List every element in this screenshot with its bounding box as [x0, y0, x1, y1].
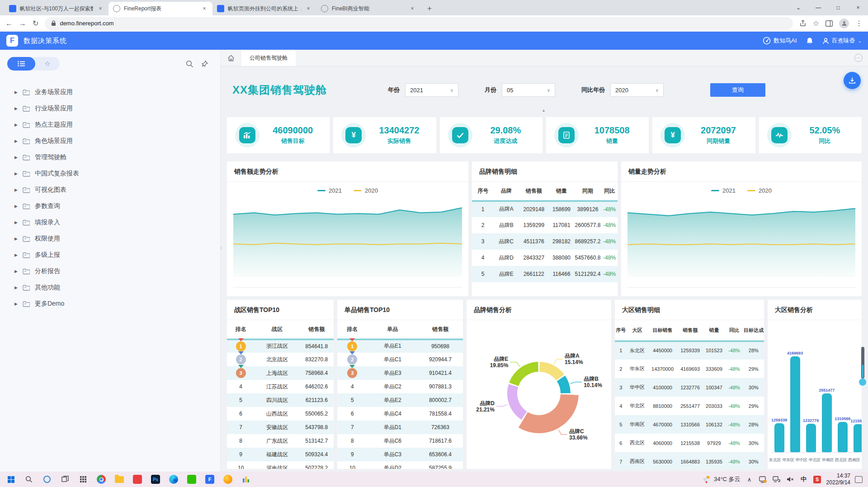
- favorites-star-icon[interactable]: ☆: [35, 60, 60, 68]
- task-view-icon[interactable]: [56, 472, 74, 487]
- pin-icon[interactable]: [201, 60, 208, 68]
- sidebar-menu-item[interactable]: ▶ 行业场景应用: [0, 100, 220, 117]
- app-grid-icon[interactable]: [74, 472, 92, 487]
- brand-donut-chart[interactable]: 品牌A15.14%品牌B10.14%品牌C33.66%品牌D21.21%品牌E1…: [467, 326, 611, 462]
- expand-caret-icon[interactable]: ▶: [14, 123, 18, 127]
- year-select[interactable]: 2021∨: [405, 83, 458, 97]
- weather-widget[interactable]: 34°C 多云: [702, 475, 741, 483]
- sidebar-menu-item[interactable]: ▶ 可视化图表: [0, 182, 220, 198]
- ai-assistant-button[interactable]: 数知鸟AI: [763, 37, 797, 45]
- expand-caret-icon[interactable]: ▶: [14, 269, 18, 274]
- back-icon[interactable]: ←: [5, 19, 13, 28]
- office-app-icon[interactable]: [237, 472, 255, 487]
- expand-caret-icon[interactable]: ▶: [14, 236, 18, 241]
- expand-caret-icon[interactable]: ▶: [14, 90, 18, 95]
- bookmark-star-icon[interactable]: ☆: [813, 19, 819, 28]
- close-button[interactable]: ×: [848, 0, 868, 15]
- start-button[interactable]: [2, 472, 20, 487]
- maximize-button[interactable]: □: [828, 0, 848, 15]
- expand-caret-icon[interactable]: ▶: [14, 253, 18, 257]
- browser-tab[interactable]: FineReport报表 ×: [108, 2, 212, 15]
- volume-trend-area-chart[interactable]: [627, 205, 855, 277]
- network-tray-icon[interactable]: [772, 476, 781, 482]
- share-icon[interactable]: [799, 20, 807, 27]
- compare-year-select[interactable]: 2020∨: [610, 83, 664, 97]
- sidebar-menu-item[interactable]: ▶ 分析报告: [0, 263, 220, 279]
- download-fab[interactable]: [844, 72, 861, 89]
- sidebar-menu-item[interactable]: ▶ 多级上报: [0, 247, 220, 263]
- expand-caret-icon[interactable]: ▶: [14, 139, 18, 143]
- expand-caret-icon[interactable]: ▶: [14, 302, 18, 306]
- tab-close-icon[interactable]: ×: [201, 5, 208, 12]
- tab-close-icon[interactable]: ×: [305, 5, 312, 12]
- reload-icon[interactable]: ↻: [33, 19, 38, 28]
- chrome-icon[interactable]: [92, 472, 110, 487]
- firefox-icon[interactable]: [219, 472, 237, 487]
- taskbar-clock[interactable]: 14:37 2022/9/14: [826, 473, 850, 486]
- filter-collapse-caret-icon[interactable]: ▲: [542, 108, 546, 113]
- ime-indicator[interactable]: 中: [799, 475, 808, 483]
- notification-center-icon[interactable]: [855, 476, 863, 483]
- directory-list-button[interactable]: [7, 57, 35, 71]
- tab-search-icon[interactable]: ⌄: [788, 0, 808, 15]
- tab-close-icon[interactable]: ×: [97, 5, 104, 12]
- home-tab-button[interactable]: [221, 50, 241, 66]
- minimize-button[interactable]: —: [808, 0, 828, 15]
- expand-caret-icon[interactable]: ▶: [14, 171, 18, 176]
- browser-tab[interactable]: FineBI商业智能 ×: [316, 2, 420, 15]
- browser-menu-icon[interactable]: ⋮: [855, 19, 863, 28]
- browser-tab[interactable]: 帆软社区-与100万人一起探索数 ×: [5, 2, 108, 15]
- tray-expand-chevron-icon[interactable]: ∧: [745, 476, 754, 483]
- red-s-tray-icon[interactable]: S: [813, 476, 822, 483]
- sidebar-menu-item[interactable]: ▶ 更多Demo: [0, 296, 220, 312]
- legend-item-2021[interactable]: 2021: [317, 187, 342, 194]
- red-app-icon[interactable]: [128, 472, 146, 487]
- sidebar-drag-handle[interactable]: ⁞⁞: [221, 247, 223, 263]
- side-panel-icon[interactable]: [826, 20, 833, 27]
- profile-avatar[interactable]: [839, 19, 849, 28]
- month-select[interactable]: 05∨: [502, 83, 555, 97]
- query-button[interactable]: 查询: [710, 83, 765, 97]
- expand-caret-icon[interactable]: ▶: [14, 220, 18, 225]
- sidebar-menu-item[interactable]: ▶ 中国式复杂报表: [0, 165, 220, 182]
- district-bar-chart[interactable]: 1259339416969312327762551477131056612155…: [771, 329, 858, 453]
- expand-caret-icon[interactable]: ▶: [14, 106, 18, 111]
- browser-tab[interactable]: 帆软页面外挂到公司的系统上， ×: [212, 2, 316, 15]
- sidebar-menu-item[interactable]: ▶ 其他功能: [0, 279, 220, 296]
- expand-caret-icon[interactable]: ▶: [14, 204, 18, 208]
- expand-caret-icon[interactable]: ▶: [14, 188, 18, 192]
- taskbar-search-icon[interactable]: [20, 472, 38, 487]
- file-explorer-icon[interactable]: [110, 472, 128, 487]
- sidebar-menu-item[interactable]: ▶ 权限使用: [0, 231, 220, 247]
- volume-muted-icon[interactable]: [786, 476, 795, 482]
- bell-icon[interactable]: [806, 37, 813, 45]
- legend-item-2020[interactable]: 2020: [747, 187, 772, 194]
- sidebar-menu-item[interactable]: ▶ 填报录入: [0, 214, 220, 231]
- user-menu[interactable]: 百煮味香 ⌄: [822, 37, 862, 45]
- sidebar-menu-item[interactable]: ▶ 热点主题应用: [0, 117, 220, 133]
- photoshop-icon[interactable]: Ps: [146, 472, 165, 487]
- legend-item-2020[interactable]: 2020: [354, 187, 378, 194]
- param-pane-toggle-icon[interactable]: ⋯: [854, 54, 863, 62]
- finereport-taskbar-icon[interactable]: F: [201, 472, 219, 487]
- sidebar-menu-item[interactable]: ▶ 管理驾驶舱: [0, 149, 220, 165]
- sales-trend-area-chart[interactable]: [233, 205, 462, 277]
- address-bar[interactable]: demo.finereport.com: [45, 17, 793, 30]
- green-app-icon[interactable]: [183, 472, 201, 487]
- scroll-thermometer[interactable]: [859, 347, 866, 386]
- legend-item-2021[interactable]: 2021: [711, 187, 736, 194]
- expand-caret-icon[interactable]: ▶: [14, 155, 18, 160]
- search-icon[interactable]: [186, 60, 193, 68]
- expand-caret-icon[interactable]: ▶: [14, 285, 18, 290]
- remote-desktop-tray-icon[interactable]: [759, 476, 768, 483]
- doc-tab-active[interactable]: 公司销售驾驶舱: [241, 50, 296, 66]
- sidebar-menu-item[interactable]: ▶ 参数查询: [0, 198, 220, 214]
- tab-close-icon[interactable]: ×: [409, 5, 416, 12]
- sidebar-menu-item[interactable]: ▶ 角色场景应用: [0, 133, 220, 149]
- forward-icon[interactable]: →: [19, 19, 26, 28]
- cortana-icon[interactable]: [38, 472, 56, 487]
- rank-badge: 4: [347, 382, 357, 392]
- new-tab-button[interactable]: +: [423, 2, 436, 15]
- edge-icon[interactable]: [165, 472, 183, 487]
- sidebar-menu-item[interactable]: ▶ 业务场景应用: [0, 84, 220, 100]
